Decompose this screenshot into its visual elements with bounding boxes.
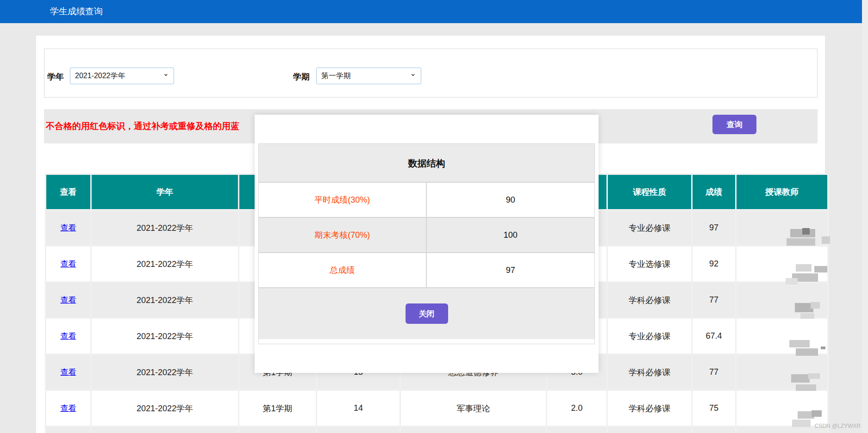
cell-year: 2021-2022学年 [92, 319, 238, 353]
col-header-teacher: 授课教师 [737, 175, 827, 209]
close-button[interactable]: 关闭 [406, 303, 448, 324]
cell-score: 75 [693, 391, 735, 426]
table-row: 查看 2021-2022学年 第1学期 14 军事理论 2.0 学科必修课 75 [46, 391, 827, 426]
query-button[interactable]: 查询 [712, 115, 756, 134]
modal-row-value: 97 [427, 253, 595, 287]
cell-score: 77 [693, 355, 735, 390]
col-header-year: 学年 [92, 175, 238, 209]
cell-year: 2021-2022学年 [92, 210, 238, 245]
view-link[interactable]: 查看 [61, 332, 76, 340]
cell-nature: 学科必修课 [608, 283, 691, 317]
modal-row-label: 总成绩 [259, 253, 427, 287]
score-detail-table: 数据结构 平时成绩(30%) 90 期末考核(70%) 100 总成绩 97 关… [258, 143, 595, 344]
score-detail-modal: 数据结构 平时成绩(30%) 90 期末考核(70%) 100 总成绩 97 关… [255, 115, 599, 373]
cell-credit: 2.0 [547, 391, 606, 426]
view-link[interactable]: 查看 [61, 368, 76, 377]
cell-nature: 学科必修课 [608, 355, 691, 390]
view-link[interactable]: 查看 [61, 223, 76, 232]
watermark: CSDN @LZYWXR [814, 423, 861, 429]
grading-notice: 不合格的用红色标识，通过补考或重修及格的用蓝 [46, 109, 239, 143]
cell-score: 92 [693, 247, 735, 281]
col-header-score: 成绩 [693, 175, 735, 209]
semester-select-value: 第一学期 [321, 71, 351, 81]
modal-row: 总成绩 97 [259, 253, 594, 288]
modal-row-label: 期末考核(70%) [259, 218, 427, 252]
modal-row: 平时成绩(30%) 90 [259, 183, 594, 218]
view-link[interactable]: 查看 [61, 404, 76, 413]
modal-row-label: 平时成绩(30%) [259, 183, 427, 217]
chevron-down-icon: ⌄ [410, 69, 416, 78]
cell-score: 97 [693, 210, 735, 245]
cell-year: 2021-2022学年 [92, 283, 238, 317]
cell-nature: 专业必修课 [608, 319, 691, 353]
year-select-value: 2021-2022学年 [75, 71, 125, 81]
cell-num: 14 [317, 391, 400, 426]
modal-row-value: 100 [427, 218, 595, 252]
year-label: 学年 [47, 71, 64, 82]
modal-title: 数据结构 [259, 144, 594, 183]
col-header-nature: 课程性质 [608, 175, 691, 209]
semester-select[interactable]: 第一学期 ⌄ [316, 68, 421, 84]
cell-year: 2021-2022学年 [92, 247, 238, 281]
cell-year: 2021-2022学年 [92, 355, 238, 390]
cell-nature: 专业必修课 [608, 210, 691, 245]
cell-nature: 专业选修课 [608, 247, 691, 281]
year-select[interactable]: 2021-2022学年 ⌄ [70, 68, 174, 84]
chevron-down-icon: ⌄ [163, 69, 169, 78]
filter-panel: 学年 2021-2022学年 ⌄ 学期 第一学期 ⌄ [44, 49, 818, 98]
col-header-view: 查看 [46, 175, 90, 209]
modal-footer: 关闭 [259, 288, 594, 339]
table-row-clipped [46, 427, 827, 433]
cell-nature: 学科必修课 [608, 391, 691, 426]
scrollbar[interactable] [862, 0, 868, 433]
cell-course: 军事理论 [401, 391, 546, 426]
page: 学生成绩查询 学年 2021-2022学年 ⌄ 学期 第一学期 ⌄ 不合格的用红… [0, 0, 868, 433]
cell-semester: 第1学期 [239, 391, 316, 426]
semester-label: 学期 [293, 71, 310, 82]
modal-row-value: 90 [427, 183, 595, 217]
page-title: 学生成绩查询 [50, 0, 103, 23]
cell-score: 77 [693, 283, 735, 317]
view-link[interactable]: 查看 [61, 260, 76, 268]
cell-year: 2021-2022学年 [92, 391, 238, 426]
modal-row: 期末考核(70%) 100 [259, 218, 594, 253]
app-header: 学生成绩查询 [0, 0, 862, 23]
view-link[interactable]: 查看 [61, 296, 76, 304]
cell-score: 67.4 [693, 319, 735, 353]
